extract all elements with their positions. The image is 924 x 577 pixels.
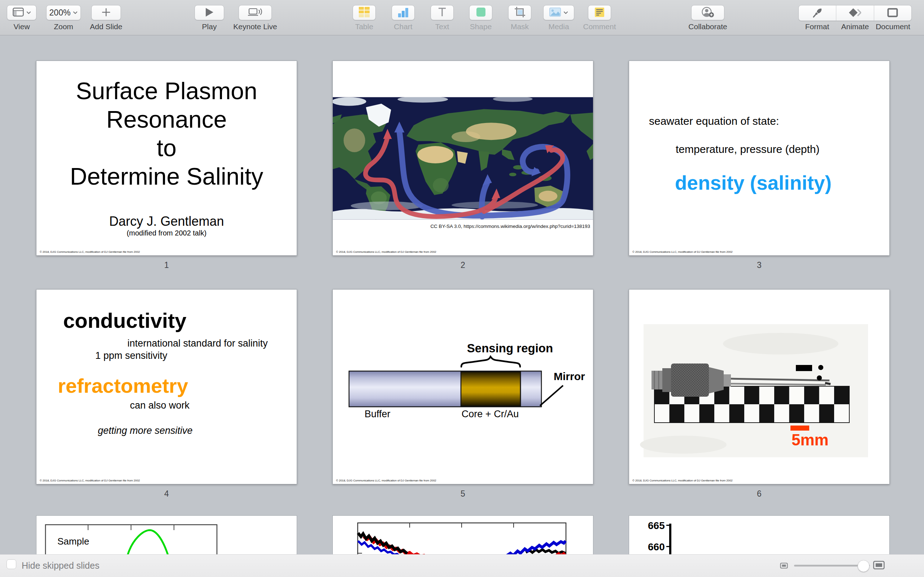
chevron-down-icon [564, 10, 568, 16]
view-button[interactable] [7, 5, 36, 20]
slide1-title-line3: to [36, 134, 297, 162]
slide-number-5: 5 [333, 489, 593, 499]
text-control: Text [431, 0, 454, 35]
format-label: Format [805, 23, 829, 31]
collaborate-control: Collaborate [691, 0, 724, 35]
slide-thumbnail-6[interactable]: 5mm © 2018, DJG Communications LLC, modi… [629, 289, 890, 484]
slide4-intl-standard: international standard for salinity [128, 338, 268, 349]
comment-label: Comment [583, 23, 616, 31]
slide1-author: Darcy J. Gentleman [36, 214, 297, 229]
comment-button[interactable] [588, 5, 611, 20]
shape-label: Shape [470, 23, 492, 31]
zoom-button[interactable]: 200% [46, 5, 81, 20]
zoom-label: Zoom [54, 23, 73, 31]
slide4-ppm-sensitivity: 1 ppm sensitivity [95, 350, 168, 361]
document-rect-icon [887, 8, 898, 18]
fiber-probe-diagram [333, 290, 593, 484]
slide5-sensing-region-label: Sensing region [463, 342, 557, 355]
chevron-down-icon [26, 10, 31, 16]
slide-number-1: 1 [36, 260, 297, 270]
slide-copyright: © 2018, DJG Communications LLC, modifica… [336, 250, 436, 253]
add-slide-button[interactable] [91, 5, 121, 20]
media-label: Media [548, 23, 569, 31]
slide9-ytick-665: 665 [648, 520, 665, 532]
slide-copyright: © 2018, DJG Communications LLC, modifica… [632, 250, 733, 253]
slide7-sample-label: Sample [57, 536, 89, 547]
table-label: Table [355, 23, 373, 31]
animate-diamond-icon [849, 8, 861, 19]
slide4-refractometry: refractometry [58, 374, 188, 397]
add-slide-control: Add Slide [91, 0, 121, 35]
sample-spectrum-chart [36, 516, 297, 554]
shape-button[interactable] [469, 5, 492, 20]
world-ocean-currents-map [333, 97, 593, 220]
media-button[interactable] [543, 5, 574, 20]
collaborate-person-add-icon [702, 6, 714, 19]
chart-label: Chart [394, 23, 412, 31]
play-control: Play [195, 0, 224, 35]
text-label: Text [435, 23, 449, 31]
mask-button[interactable] [508, 5, 531, 20]
slide-number-6: 6 [629, 489, 890, 499]
slide-number-2: 2 [333, 260, 593, 270]
slide1-title-line4: Determine Salinity [36, 162, 297, 191]
shape-icon [476, 7, 486, 18]
slide-thumbnail-3[interactable]: seawater equation of state: temperature,… [629, 61, 890, 256]
slide-thumbnail-9[interactable]: 665 660 [629, 515, 890, 554]
media-photo-icon [549, 8, 561, 18]
slide-copyright: © 2018, DJG Communications LLC, modifica… [336, 479, 436, 482]
slide5-core-label: Core + Cr/Au [459, 409, 521, 420]
slide3-line1: seawater equation of state: [649, 115, 779, 127]
comment-note-icon [594, 7, 604, 18]
thumbnail-size-slider-thumb[interactable] [858, 560, 869, 572]
table-control: Table [353, 0, 376, 35]
collaborate-button[interactable] [691, 5, 724, 20]
play-button[interactable] [195, 5, 224, 20]
plus-icon [102, 8, 111, 18]
play-icon [205, 8, 214, 18]
keynote-light-table-view: View 200% Zoom Add Slide Play Ke [0, 0, 924, 577]
slide3-line2: temperature, pressure (depth) [676, 143, 820, 155]
slide-thumbnail-1[interactable]: Surface Plasmon Resonance to Determine S… [36, 61, 297, 256]
format-button[interactable] [799, 5, 836, 21]
slide2-image-credit: CC BY-SA 3.0, https://commons.wikimedia.… [430, 224, 590, 229]
slide-thumbnail-4[interactable]: conductivity international standard for … [36, 289, 297, 484]
table-button[interactable] [353, 5, 376, 20]
slide-thumbnail-8[interactable] [333, 515, 593, 554]
slide5-buffer-label: Buffer [365, 409, 391, 420]
slide-number-3: 3 [629, 260, 890, 270]
slide3-density-salinity: density (salinity) [675, 171, 832, 194]
collaborate-label: Collaborate [688, 23, 727, 31]
animate-button[interactable] [836, 5, 874, 21]
chart-control: Chart [392, 0, 415, 35]
text-button[interactable] [431, 5, 454, 20]
slide6-scale-label: 5mm [792, 431, 829, 449]
small-thumbnail-icon [780, 562, 788, 569]
zoom-value: 200% [50, 8, 71, 18]
slide4-conductivity: conductivity [63, 308, 187, 332]
slide-thumbnail-7[interactable]: Sample [36, 515, 297, 554]
slide-thumbnail-2[interactable]: CC BY-SA 3.0, https://commons.wikimedia.… [333, 61, 593, 256]
keynote-live-control: Keynote Live [239, 0, 272, 35]
view-label: View [13, 23, 30, 31]
zoom-control: 200% Zoom [46, 0, 81, 35]
slide-thumbnail-5[interactable]: Sensing region Mirror Buffer Core + Cr/A… [333, 289, 593, 484]
document-button[interactable] [874, 5, 911, 21]
slide1-title: Surface Plasmon Resonance to Determine S… [36, 77, 297, 191]
probe-photo [629, 290, 889, 484]
shape-control: Shape [469, 0, 492, 35]
slide1-title-line1: Surface Plasmon [36, 77, 297, 105]
keynote-live-button[interactable] [239, 5, 272, 20]
view-layout-icon [13, 8, 24, 18]
chart-button[interactable] [392, 5, 415, 20]
inspector-segmented-control: Format Animate Document [798, 0, 912, 35]
toolbar: View 200% Zoom Add Slide Play Ke [0, 0, 924, 35]
hide-skipped-slides-label: Hide skipped slides [22, 561, 99, 571]
comment-control: Comment [588, 0, 611, 35]
document-label: Document [876, 23, 910, 31]
chevron-down-icon [73, 10, 78, 16]
media-control: Media [543, 0, 574, 35]
mask-control: Mask [508, 0, 531, 35]
hide-skipped-slides-checkbox[interactable] [6, 559, 16, 569]
view-control: View [7, 0, 36, 35]
